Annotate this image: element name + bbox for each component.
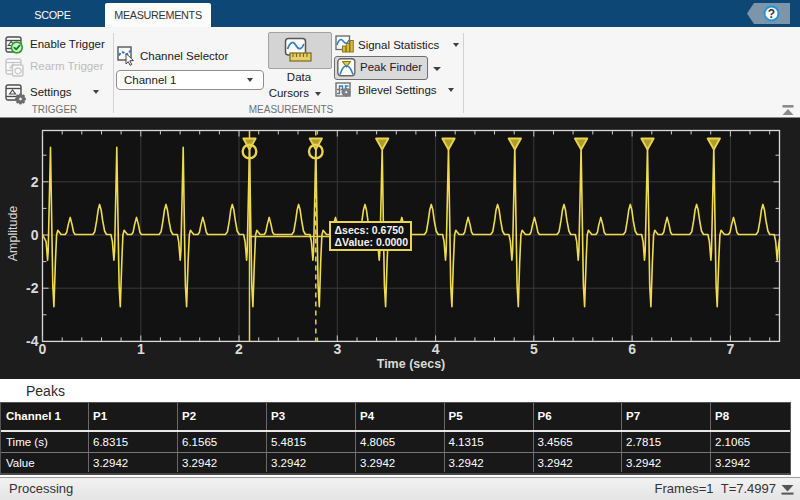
svg-text:Amplitude: Amplitude xyxy=(6,206,20,262)
svg-text:3: 3 xyxy=(333,341,341,357)
svg-text:2: 2 xyxy=(31,174,39,190)
svg-text:4: 4 xyxy=(432,341,440,357)
svg-text:5: 5 xyxy=(530,341,538,357)
svg-text:-4: -4 xyxy=(26,333,39,349)
svg-text:0: 0 xyxy=(31,227,39,243)
svg-text:2: 2 xyxy=(235,341,243,357)
svg-text:?: ? xyxy=(768,7,775,21)
svg-text:1: 1 xyxy=(137,341,145,357)
svg-text:ΔValue: 0.0000: ΔValue: 0.0000 xyxy=(335,236,409,248)
svg-text:-2: -2 xyxy=(26,280,39,296)
svg-text:7: 7 xyxy=(727,341,735,357)
svg-text:Δsecs: 0.6750: Δsecs: 0.6750 xyxy=(335,224,405,236)
svg-text:0: 0 xyxy=(39,341,47,357)
svg-text:6: 6 xyxy=(628,341,636,357)
svg-text:Time (secs): Time (secs) xyxy=(377,357,446,371)
